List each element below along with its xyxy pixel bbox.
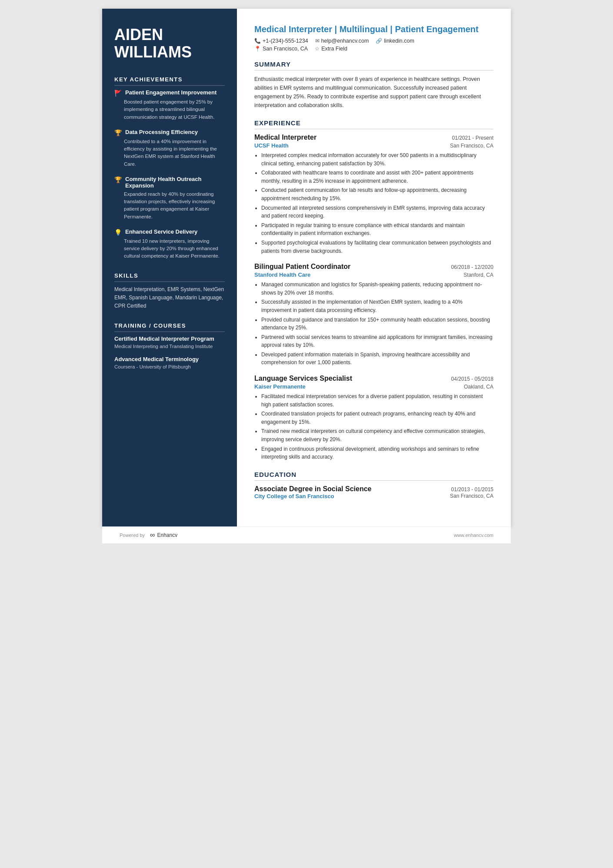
- job-3-bullet-2: Coordinated translation projects for pat…: [261, 410, 493, 426]
- training-section: TRAINING / COURSES Certified Medical Int…: [114, 322, 225, 370]
- main-title: Medical Interpreter | Multilingual | Pat…: [254, 24, 493, 34]
- job-2-bullet-4: Partnered with social services teams to …: [261, 333, 493, 349]
- training-title-1: Certified Medical Interpreter Program: [114, 335, 225, 343]
- powered-by-text: Powered by: [120, 533, 145, 538]
- job-3-dates: 04/2015 - 05/2018: [451, 376, 493, 382]
- summary-text: Enthusiastic medical interpreter with ov…: [254, 75, 493, 110]
- contact-line-2: 📍 San Francisco, CA ☆ Extra Field: [254, 46, 493, 52]
- job-1-bullet-6: Supported psychological evaluations by f…: [261, 239, 493, 255]
- trophy-icon-2: 🏆: [114, 176, 122, 183]
- job-2-bullets: Managed communication and logistics for …: [254, 281, 493, 367]
- job-3-bullet-1: Facilitated medical interpretation servi…: [261, 392, 493, 409]
- job-1-bullet-4: Documented all interpreted sessions comp…: [261, 204, 493, 220]
- edu-1-dates: 01/2013 - 01/2015: [451, 486, 493, 493]
- extra-text: Extra Field: [321, 46, 347, 52]
- footer-left: Powered by ∞ Enhancv: [120, 531, 177, 539]
- contact-linkedin: 🔗 linkedin.com: [376, 38, 414, 44]
- enhancv-logo-icon: ∞: [150, 531, 155, 539]
- training-subtitle-1: Medical Interpreting and Translating Ins…: [114, 343, 225, 350]
- headline-text: Medical Interpreter | Multilingual | Pat…: [254, 24, 479, 34]
- training-subtitle-2: Coursera - University of Pittsburgh: [114, 363, 225, 370]
- job-3-bullet-3: Trained new medical interpreters on cult…: [261, 427, 493, 443]
- training-title-2: Advanced Medical Terminology: [114, 356, 225, 363]
- achievement-desc-3: Expanded reach by 40% by coordinating tr…: [114, 191, 225, 221]
- contact-extra: ☆ Extra Field: [315, 46, 347, 52]
- summary-title: SUMMARY: [254, 60, 493, 70]
- linkedin-text: linkedin.com: [384, 38, 414, 44]
- job-2-title: Bilingual Patient Coordinator: [254, 263, 350, 271]
- job-2-bullet-2: Successfully assisted in the implementat…: [261, 298, 493, 314]
- job-1: Medical Interpreter 01/2021 - Present UC…: [254, 134, 493, 255]
- job-1-bullet-5: Participated in regular training to ensu…: [261, 221, 493, 238]
- job-3-bullet-4: Engaged in continuous professional devel…: [261, 445, 493, 461]
- main-content: Medical Interpreter | Multilingual | Pat…: [237, 9, 511, 526]
- job-3-title: Language Services Specialist: [254, 375, 352, 382]
- achievements-title: KEY ACHIEVEMENTS: [114, 76, 225, 86]
- job-2-location: Stanford, CA: [463, 272, 493, 278]
- name-block: AIDEN WILLIAMS: [114, 26, 225, 60]
- achievement-title-1: Patient Engagement Improvement: [125, 89, 217, 96]
- contact-location: 📍 San Francisco, CA: [254, 46, 308, 52]
- sidebar: AIDEN WILLIAMS KEY ACHIEVEMENTS 🚩 Patien…: [102, 9, 237, 526]
- job-3-bullets: Facilitated medical interpretation servi…: [254, 392, 493, 461]
- job-2-bullet-5: Developed patient information materials …: [261, 351, 493, 367]
- skills-title: SKILLS: [114, 272, 225, 282]
- location-icon: 📍: [254, 46, 261, 52]
- job-3-location: Oakland, CA: [464, 384, 493, 390]
- job-2-bullet-3: Provided cultural guidance and translati…: [261, 316, 493, 332]
- job-1-header: Medical Interpreter 01/2021 - Present: [254, 134, 493, 141]
- edu-1-degree: Associate Degree in Social Science: [254, 485, 371, 493]
- brand-name: Enhancv: [157, 532, 178, 538]
- achievement-item-2: 🏆 Data Processing Efficiency Contributed…: [114, 129, 225, 168]
- edu-1-subheader: City College of San Francisco San Franci…: [254, 493, 493, 499]
- job-2-bullet-1: Managed communication and logistics for …: [261, 281, 493, 297]
- job-2-company: Stanford Health Care: [254, 271, 310, 278]
- education-section: EDUCATION Associate Degree in Social Sci…: [254, 471, 493, 499]
- job-1-company: UCSF Health: [254, 142, 289, 149]
- training-title: TRAINING / COURSES: [114, 322, 225, 332]
- achievement-title-2: Data Processing Efficiency: [125, 129, 198, 135]
- education-title: EDUCATION: [254, 471, 493, 481]
- achievement-title-4: Enhanced Service Delivery: [125, 228, 197, 235]
- phone-text: +1-(234)-555-1234: [263, 38, 308, 44]
- job-1-bullet-1: Interpreted complex medical information …: [261, 151, 493, 168]
- main-header: Medical Interpreter | Multilingual | Pat…: [254, 24, 493, 52]
- job-1-bullet-2: Collaborated with healthcare teams to co…: [261, 169, 493, 185]
- job-1-subheader: UCSF Health San Francisco, CA: [254, 142, 493, 149]
- email-text: help@enhancv.com: [321, 38, 369, 44]
- achievement-desc-4: Trained 10 new interpreters, improving s…: [114, 238, 225, 260]
- job-1-bullet-3: Conducted patient communication for lab …: [261, 186, 493, 202]
- edu-1-location: San Francisco, CA: [450, 493, 493, 499]
- summary-section: SUMMARY Enthusiastic medical interpreter…: [254, 60, 493, 110]
- job-3-company: Kaiser Permanente: [254, 383, 306, 390]
- email-icon: ✉: [315, 38, 320, 44]
- achievement-item-4: 💡 Enhanced Service Delivery Trained 10 n…: [114, 228, 225, 260]
- contact-email: ✉ help@enhancv.com: [315, 38, 369, 44]
- training-item-1: Certified Medical Interpreter Program Me…: [114, 335, 225, 350]
- trophy-icon-1: 🏆: [114, 129, 122, 136]
- achievement-item-1: 🚩 Patient Engagement Improvement Boosted…: [114, 89, 225, 121]
- job-3-header: Language Services Specialist 04/2015 - 0…: [254, 375, 493, 382]
- contact-phone: 📞 +1-(234)-555-1234: [254, 38, 308, 44]
- edu-1-header: Associate Degree in Social Science 01/20…: [254, 485, 493, 493]
- job-1-location: San Francisco, CA: [450, 143, 493, 149]
- contact-line-1: 📞 +1-(234)-555-1234 ✉ help@enhancv.com 🔗…: [254, 38, 493, 44]
- star-icon: ☆: [315, 46, 320, 52]
- phone-icon: 📞: [254, 38, 261, 44]
- job-2-subheader: Stanford Health Care Stanford, CA: [254, 271, 493, 278]
- footer-brand: ∞ Enhancv: [150, 531, 177, 539]
- achievements-section: KEY ACHIEVEMENTS 🚩 Patient Engagement Im…: [114, 76, 225, 260]
- achievement-title-3: Community Health Outreach Expansion: [125, 176, 225, 189]
- job-3-subheader: Kaiser Permanente Oakland, CA: [254, 383, 493, 390]
- job-1-dates: 01/2021 - Present: [452, 135, 493, 141]
- link-icon: 🔗: [376, 38, 382, 44]
- edu-item-1: Associate Degree in Social Science 01/20…: [254, 485, 493, 499]
- location-text: San Francisco, CA: [263, 46, 308, 52]
- job-2: Bilingual Patient Coordinator 06/2018 - …: [254, 263, 493, 367]
- job-2-dates: 06/2018 - 12/2020: [451, 264, 493, 270]
- edu-1-school: City College of San Francisco: [254, 493, 334, 499]
- training-item-2: Advanced Medical Terminology Coursera - …: [114, 356, 225, 370]
- skills-text: Medical Interpretation, EMR Systems, Nex…: [114, 285, 225, 311]
- job-1-title: Medical Interpreter: [254, 134, 316, 141]
- achievement-desc-2: Contributed to a 40% improvement in effi…: [114, 138, 225, 168]
